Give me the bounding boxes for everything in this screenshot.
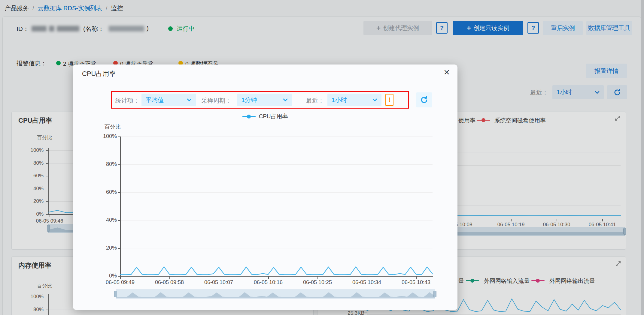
recent-range-dropdown[interactable]: 1小时	[327, 94, 381, 106]
y-axis-title: 百分比	[105, 123, 121, 130]
brush-handle-left[interactable]	[114, 291, 117, 297]
x-tick-label: 06-05 09:49	[96, 279, 144, 286]
x-tick-label: 06-05 10:16	[244, 279, 292, 286]
x-tick-label: 06-05 10:34	[343, 279, 391, 286]
axis-line	[317, 277, 318, 279]
gridline	[118, 276, 120, 277]
gridline	[118, 164, 120, 165]
legend-label-cpu: CPU占用率	[259, 112, 288, 120]
brush-handle-right[interactable]	[433, 291, 436, 297]
gridline	[118, 220, 120, 221]
stat-item-dropdown[interactable]: 平均值	[141, 94, 196, 106]
gridline	[118, 248, 120, 249]
axis-line	[169, 277, 170, 279]
axis-line	[416, 277, 417, 279]
modal-refresh-button[interactable]	[416, 92, 432, 107]
close-icon[interactable]: ×	[444, 67, 450, 77]
gridline	[118, 192, 120, 193]
x-tick-label: 06-05 10:25	[293, 279, 342, 286]
y-tick-label: 40%	[90, 217, 117, 223]
axis-line	[367, 277, 367, 279]
sample-period-value: 1分钟	[242, 96, 257, 104]
warning-icon: !	[385, 94, 393, 106]
recent-label: 最近：	[306, 97, 324, 105]
y-tick-label: 60%	[90, 189, 117, 195]
y-tick-label: 100%	[90, 133, 117, 140]
chevron-down-icon	[283, 98, 288, 101]
gridline	[118, 136, 120, 137]
x-tick-label: 06-05 10:07	[195, 279, 243, 286]
legend-marker	[242, 115, 256, 118]
modal-chart-legend[interactable]: CPU占用率	[73, 112, 457, 120]
cpu-usage-modal: CPU占用率 × 统计项： 平均值 采样周期： 1分钟 最近： 1小时 !	[73, 64, 457, 310]
modal-title: CPU占用率	[82, 69, 116, 78]
chevron-down-icon	[372, 98, 377, 101]
axis-line	[219, 277, 219, 279]
stat-item-value: 平均值	[146, 96, 164, 104]
y-tick-label: 20%	[90, 245, 117, 251]
x-tick-label: 06-05 10:43	[392, 279, 440, 286]
x-tick-label: 06-05 09:58	[145, 279, 193, 286]
page: 产品服务 / 云数据库 RDS-实例列表 / 监控 ID： (名称： ) 运行中…	[0, 0, 644, 315]
y-tick-label: 80%	[90, 161, 117, 167]
cpu-usage-line	[120, 136, 433, 276]
sample-period-label: 采样周期：	[201, 97, 231, 105]
sample-period-dropdown[interactable]: 1分钟	[237, 94, 292, 106]
y-tick-label: 0%	[90, 273, 117, 279]
recent-range-value: 1小时	[332, 96, 347, 104]
chevron-down-icon	[187, 98, 192, 101]
axis-line	[120, 277, 121, 279]
axis-line	[268, 277, 269, 279]
stat-item-label: 统计项：	[115, 97, 139, 105]
refresh-icon	[420, 96, 428, 104]
gridline	[120, 276, 433, 277]
modal-brush[interactable]	[116, 290, 435, 298]
